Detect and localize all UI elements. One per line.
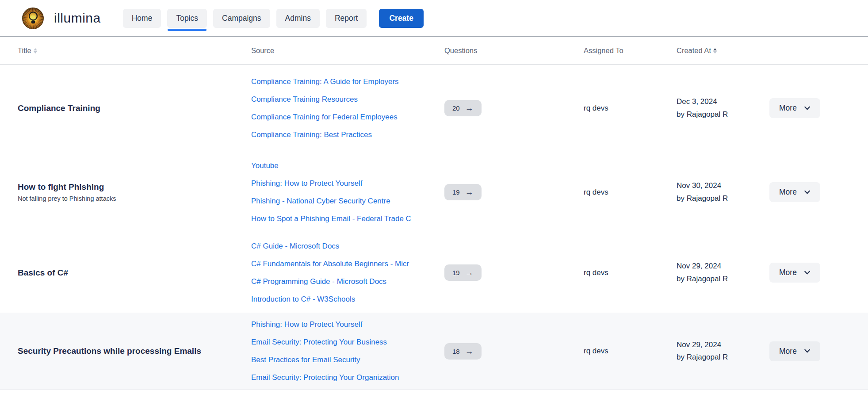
more-button[interactable]: More: [769, 263, 820, 283]
app-logo: [22, 8, 44, 29]
source-link[interactable]: Compliance Training Resources: [251, 91, 444, 108]
questions-cell: 19 →: [444, 264, 584, 281]
created-date: Nov 29, 2024: [677, 260, 769, 272]
created-by: by Rajagopal R: [677, 273, 769, 285]
source-link[interactable]: Phishing - National Cyber Security Centr…: [251, 192, 444, 210]
topic-title: Basics of C#: [18, 268, 251, 278]
chevron-down-icon: [804, 190, 811, 195]
created-by: by Rajagopal R: [677, 108, 769, 121]
chevron-down-icon: [804, 348, 811, 354]
topic-title: Security Precautions while processing Em…: [18, 346, 251, 356]
nav-topics[interactable]: Topics: [167, 9, 207, 28]
nav-report[interactable]: Report: [326, 9, 367, 28]
assigned-to: rq devs: [584, 104, 677, 113]
title-cell: How to fight Phishing Not falling prey t…: [18, 182, 251, 202]
app-header: illumina Home Topics Campaigns Admins Re…: [0, 0, 868, 37]
assigned-to: rq devs: [584, 347, 677, 356]
chevron-down-icon: [804, 270, 811, 276]
table-header: Title Source Questions Assigned To Creat…: [0, 37, 868, 65]
more-button[interactable]: More: [769, 182, 820, 202]
arrow-right-icon: →: [465, 268, 474, 277]
source-link[interactable]: Email Security: Protecting Your Organiza…: [251, 369, 444, 387]
column-header-title[interactable]: Title: [18, 46, 251, 55]
questions-button[interactable]: 19 →: [444, 264, 482, 281]
arrow-right-icon: →: [465, 188, 474, 196]
table-row: Security Precautions while processing Em…: [0, 313, 868, 390]
questions-cell: 19 →: [444, 184, 584, 200]
source-link[interactable]: Compliance Training for Federal Employee…: [251, 108, 444, 126]
created-date: Dec 3, 2024: [677, 96, 769, 108]
nav-campaigns[interactable]: Campaigns: [213, 9, 270, 28]
arrow-right-icon: →: [465, 104, 474, 112]
created-date: Nov 30, 2024: [677, 180, 769, 192]
nav-admins[interactable]: Admins: [276, 9, 320, 28]
more-button[interactable]: More: [769, 341, 820, 361]
topic-title: Compliance Training: [18, 103, 251, 113]
questions-cell: 18 →: [444, 343, 584, 360]
source-link[interactable]: C# Fundamentals for Absolute Beginners -…: [251, 255, 444, 273]
source-link[interactable]: C# Guide - Microsoft Docs: [251, 237, 444, 255]
brand-name: illumina: [54, 11, 101, 26]
questions-button[interactable]: 19 →: [444, 184, 482, 200]
questions-cell: 20 →: [444, 100, 584, 116]
table-body: Compliance Training Compliance Training:…: [0, 65, 868, 390]
chevron-down-icon: [804, 106, 811, 111]
assigned-to: rq devs: [584, 268, 677, 277]
created-at-cell: Nov 29, 2024 by Rajagopal R: [677, 339, 769, 364]
source-cell: Phishing: How to Protect YourselfEmail S…: [251, 316, 444, 387]
source-link[interactable]: Compliance Training: A Guide for Employe…: [251, 73, 444, 91]
created-date: Nov 29, 2024: [677, 339, 769, 351]
column-header-source: Source: [251, 46, 444, 55]
assigned-to: rq devs: [584, 188, 677, 197]
source-link[interactable]: C# Programming Guide - Microsoft Docs: [251, 273, 444, 291]
created-at-cell: Nov 29, 2024 by Rajagopal R: [677, 260, 769, 285]
created-by: by Rajagopal R: [677, 351, 769, 364]
topic-subtitle: Not falling prey to Phishing attacks: [18, 195, 251, 202]
questions-count: 19: [452, 188, 460, 196]
table-row: Basics of C# C# Guide - Microsoft DocsC#…: [0, 233, 868, 313]
source-link[interactable]: Compliance Training: Best Practices: [251, 126, 444, 144]
nav-home[interactable]: Home: [123, 9, 161, 28]
source-cell: C# Guide - Microsoft DocsC# Fundamentals…: [251, 237, 444, 308]
source-link[interactable]: How to Spot a Phishing Email - Federal T…: [251, 210, 444, 228]
title-cell: Security Precautions while processing Em…: [18, 346, 251, 356]
table-row: Compliance Training Compliance Training:…: [0, 65, 868, 152]
create-button[interactable]: Create: [379, 9, 423, 28]
questions-count: 18: [452, 348, 460, 355]
actions-cell: More: [769, 98, 868, 118]
questions-button[interactable]: 20 →: [444, 100, 482, 116]
table-row: How to fight Phishing Not falling prey t…: [0, 152, 868, 233]
source-link[interactable]: Phishing: How to Protect Yourself: [251, 175, 444, 192]
source-link[interactable]: Introduction to C# - W3Schools: [251, 291, 444, 308]
source-cell: Compliance Training: A Guide for Employe…: [251, 73, 444, 144]
arrow-right-icon: →: [465, 347, 474, 356]
title-cell: Compliance Training: [18, 103, 251, 113]
sort-icon-title: [34, 48, 37, 54]
more-button[interactable]: More: [769, 98, 820, 118]
source-link[interactable]: Best Practices for Email Security: [251, 351, 444, 369]
source-link[interactable]: Phishing: How to Protect Yourself: [251, 316, 444, 333]
column-header-created-at[interactable]: Created At: [677, 46, 769, 55]
created-at-cell: Dec 3, 2024 by Rajagopal R: [677, 96, 769, 120]
actions-cell: More: [769, 263, 868, 283]
source-link[interactable]: Youtube: [251, 157, 444, 175]
questions-count: 20: [452, 104, 460, 112]
questions-button[interactable]: 18 →: [444, 343, 482, 360]
main-nav: Home Topics Campaigns Admins Report Crea…: [123, 9, 424, 28]
questions-count: 19: [452, 269, 460, 276]
created-by: by Rajagopal R: [677, 192, 769, 205]
created-at-cell: Nov 30, 2024 by Rajagopal R: [677, 180, 769, 204]
source-link[interactable]: Email Security: Protecting Your Business: [251, 333, 444, 351]
title-cell: Basics of C#: [18, 268, 251, 278]
actions-cell: More: [769, 341, 868, 361]
actions-cell: More: [769, 182, 868, 202]
column-header-questions: Questions: [444, 46, 584, 55]
topic-title: How to fight Phishing: [18, 182, 251, 192]
source-cell: YoutubePhishing: How to Protect Yourself…: [251, 157, 444, 228]
column-header-assigned-to: Assigned To: [584, 46, 677, 55]
sort-ascending-icon: [713, 48, 717, 54]
